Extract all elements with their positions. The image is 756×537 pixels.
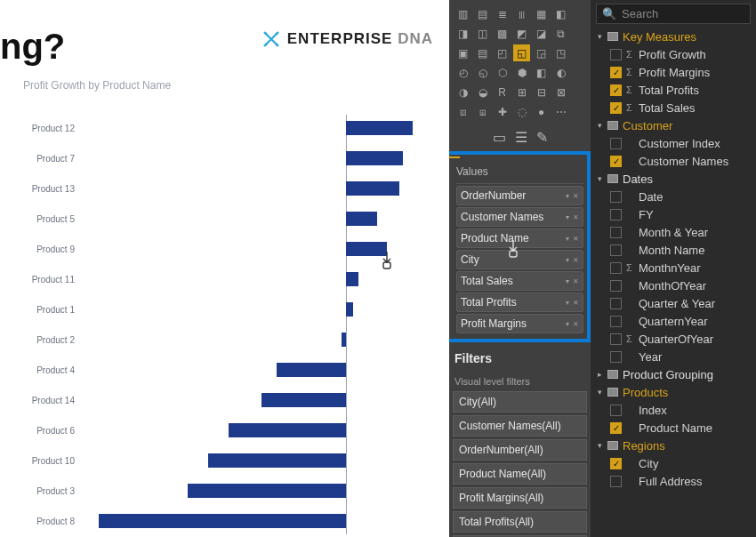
- bar[interactable]: [346, 151, 402, 165]
- bar[interactable]: [208, 453, 346, 468]
- chart-row[interactable]: Product 11: [23, 266, 426, 293]
- checkbox[interactable]: [610, 405, 622, 416]
- bar[interactable]: [346, 272, 358, 286]
- viz-type-icon[interactable]: ◵: [474, 64, 491, 81]
- viz-type-icon[interactable]: ◫: [474, 25, 491, 42]
- checkbox[interactable]: [610, 244, 622, 256]
- bar[interactable]: [261, 393, 347, 407]
- expand-icon[interactable]: ▾: [596, 121, 603, 130]
- pane-tab-icon[interactable]: ☰: [515, 129, 527, 146]
- viz-type-icon[interactable]: ◳: [552, 44, 569, 61]
- table-header[interactable]: ▾Regions: [592, 437, 756, 454]
- checkbox[interactable]: ✓: [610, 84, 622, 96]
- checkbox[interactable]: [610, 351, 622, 363]
- chart-row[interactable]: Product 5: [23, 205, 426, 232]
- bar[interactable]: [346, 242, 387, 256]
- field-row[interactable]: ΣMonthnYear: [592, 259, 756, 277]
- chart-row[interactable]: Product 14: [23, 387, 426, 413]
- viz-type-icon[interactable]: ▣: [454, 44, 471, 61]
- chart-row[interactable]: Product 9: [23, 236, 426, 262]
- checkbox[interactable]: [610, 280, 622, 292]
- bar[interactable]: [99, 514, 347, 528]
- viz-type-icon[interactable]: ▩: [494, 25, 511, 42]
- filter-pill[interactable]: Customer Names(All): [453, 415, 587, 437]
- chart-row[interactable]: Product 6: [23, 417, 426, 444]
- chart-row[interactable]: Product 2: [23, 326, 426, 353]
- field-row[interactable]: ✓Product Name: [592, 419, 756, 437]
- viz-type-icon[interactable]: ⧉: [552, 25, 569, 42]
- checkbox[interactable]: ✓: [610, 458, 622, 469]
- expand-icon[interactable]: ▾: [596, 388, 603, 397]
- value-field-pill[interactable]: Product Name▾✕: [456, 228, 583, 248]
- chevron-down-icon[interactable]: ▾: [566, 213, 569, 221]
- viz-type-icon[interactable]: ⊠: [552, 84, 569, 100]
- field-row[interactable]: Quarter & Year: [592, 294, 756, 312]
- field-row[interactable]: Full Address: [592, 472, 756, 490]
- value-field-pill[interactable]: Total Sales▾✕: [456, 271, 583, 291]
- viz-type-icon[interactable]: ⬢: [513, 64, 530, 81]
- checkbox[interactable]: [610, 476, 622, 487]
- close-icon[interactable]: ✕: [573, 277, 579, 285]
- filter-pill[interactable]: OrderNumber(All): [453, 439, 587, 461]
- bar[interactable]: [342, 333, 347, 347]
- viz-type-icon[interactable]: ◌: [513, 103, 530, 120]
- value-field-pill[interactable]: Total Profits▾✕: [456, 293, 583, 312]
- viz-type-icon[interactable]: ◑: [454, 84, 471, 100]
- viz-type-icon[interactable]: ⬡: [494, 64, 511, 81]
- checkbox[interactable]: [610, 298, 622, 309]
- value-field-pill[interactable]: City▾✕: [456, 250, 583, 269]
- field-row[interactable]: Customer Index: [592, 134, 756, 152]
- viz-type-icon[interactable]: ◨: [454, 25, 471, 42]
- field-row[interactable]: QuarternYear: [592, 312, 756, 330]
- viz-type-icon[interactable]: ◩: [513, 25, 530, 42]
- viz-type-icon[interactable]: ◱: [513, 44, 530, 61]
- field-row[interactable]: ΣQuarterOfYear: [592, 330, 756, 348]
- close-icon[interactable]: ✕: [573, 256, 579, 264]
- chart-row[interactable]: Product 13: [23, 175, 426, 202]
- close-icon[interactable]: ✕: [573, 192, 579, 200]
- viz-type-icon[interactable]: ◧: [533, 64, 550, 81]
- bar[interactable]: [229, 423, 346, 437]
- field-row[interactable]: Month Name: [592, 241, 756, 259]
- bar[interactable]: [346, 121, 413, 135]
- checkbox[interactable]: ✓: [610, 67, 622, 78]
- expand-icon[interactable]: ▸: [596, 370, 603, 379]
- value-field-pill[interactable]: Customer Names▾✕: [456, 207, 583, 227]
- expand-icon[interactable]: ▾: [596, 32, 603, 41]
- field-row[interactable]: Index: [592, 401, 756, 419]
- table-header[interactable]: ▾Key Measures: [592, 28, 756, 45]
- checkbox[interactable]: ✓: [610, 102, 622, 114]
- chart-row[interactable]: Product 10: [23, 447, 426, 474]
- checkbox[interactable]: [610, 333, 622, 345]
- close-icon[interactable]: ✕: [573, 299, 579, 307]
- table-header[interactable]: ▾Dates: [592, 170, 756, 188]
- chevron-down-icon[interactable]: ▾: [566, 256, 569, 264]
- field-row[interactable]: Month & Year: [592, 223, 756, 241]
- viz-type-icon[interactable]: ▥: [454, 5, 471, 22]
- field-row[interactable]: ✓City: [592, 454, 756, 472]
- viz-type-icon[interactable]: ⧇: [454, 103, 471, 120]
- checkbox[interactable]: [610, 191, 622, 203]
- filter-pill[interactable]: City(All): [453, 391, 587, 413]
- viz-type-icon[interactable]: ◒: [474, 84, 491, 100]
- field-row[interactable]: Year: [592, 348, 756, 365]
- chevron-down-icon[interactable]: ▾: [566, 299, 569, 307]
- viz-type-icon[interactable]: ≣: [494, 5, 511, 22]
- bar[interactable]: [277, 363, 346, 377]
- field-row[interactable]: ✓ΣProfit Margins: [592, 63, 756, 81]
- chevron-down-icon[interactable]: ▾: [566, 277, 569, 285]
- viz-type-icon[interactable]: ⊟: [533, 84, 550, 100]
- viz-type-icon[interactable]: ⧆: [474, 103, 491, 120]
- viz-type-icon[interactable]: ●: [533, 103, 550, 120]
- checkbox[interactable]: [610, 49, 622, 60]
- checkbox[interactable]: ✓: [610, 156, 622, 167]
- viz-type-icon[interactable]: R: [494, 84, 511, 100]
- close-icon[interactable]: ✕: [573, 213, 579, 221]
- checkbox[interactable]: [610, 316, 622, 327]
- table-header[interactable]: ▾Products: [592, 383, 756, 401]
- viz-type-icon[interactable]: ▤: [474, 44, 491, 61]
- bar[interactable]: [188, 484, 346, 498]
- filter-pill[interactable]: Product Name(All): [453, 463, 587, 485]
- viz-type-icon[interactable]: ✚: [494, 103, 511, 120]
- field-row[interactable]: FY: [592, 205, 756, 223]
